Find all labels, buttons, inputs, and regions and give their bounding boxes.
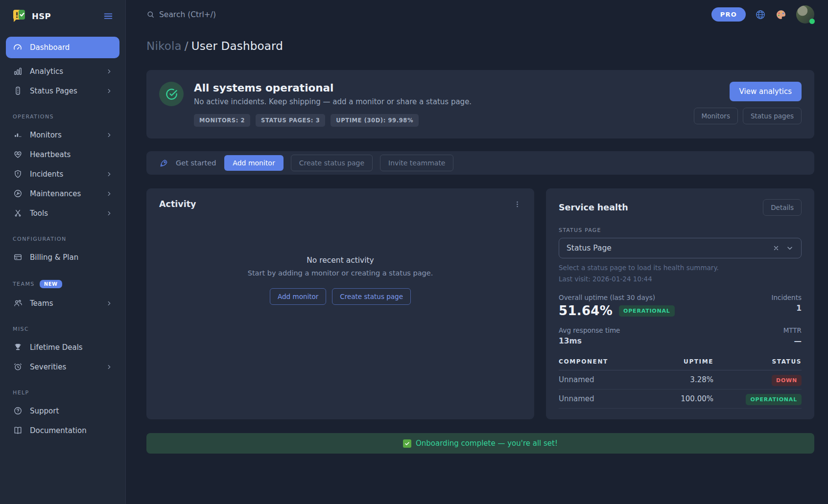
sidebar-section-operations: OPERATIONS bbox=[0, 101, 125, 124]
avatar[interactable] bbox=[796, 5, 814, 23]
activity-empty-state: No recent activity Start by adding a mon… bbox=[159, 256, 521, 305]
sidebar-item-label: Monitors bbox=[30, 131, 62, 139]
onboarding-banner: Onboarding complete — you're all set! bbox=[146, 433, 814, 454]
sidebar-item-analytics[interactable]: Analytics bbox=[6, 62, 119, 80]
sidebar-item-heartbeats[interactable]: Heartbeats bbox=[6, 145, 119, 163]
status-page-select[interactable]: Status Page bbox=[559, 238, 802, 258]
uptime-label: Overall uptime (last 30 days) bbox=[559, 294, 675, 301]
sidebar-section-help: HELP bbox=[0, 377, 125, 400]
sidebar-item-label: Billing & Plan bbox=[30, 253, 78, 262]
credit-card-icon bbox=[13, 252, 23, 262]
sidebar-item-billing-plan[interactable]: Billing & Plan bbox=[6, 248, 119, 266]
globe-icon[interactable] bbox=[755, 9, 766, 20]
view-analytics-button[interactable]: View analytics bbox=[730, 82, 802, 101]
sidebar-item-severities[interactable]: Severities bbox=[6, 358, 119, 376]
search-input[interactable] bbox=[159, 10, 316, 19]
chevron-right-icon bbox=[106, 171, 113, 178]
chevron-down-icon[interactable] bbox=[786, 244, 794, 252]
sidebar-item-incidents[interactable]: Incidents bbox=[6, 165, 119, 183]
avg-response-stat: Avg response time 13ms bbox=[559, 326, 620, 345]
sidebar-section-configuration: CONFIGURATION bbox=[0, 224, 125, 247]
sidebar-item-tools[interactable]: Tools bbox=[6, 204, 119, 222]
avg-response-value: 13ms bbox=[559, 337, 620, 345]
sidebar-item-label: Heartbeats bbox=[30, 150, 71, 159]
wrench-circle-icon bbox=[13, 189, 23, 198]
col-header-status: STATUS bbox=[713, 358, 802, 365]
stat-chip-uptime: UPTIME (30D): 99.98% bbox=[331, 114, 419, 127]
create-status-page-button[interactable]: Create status page bbox=[291, 155, 373, 171]
status-pages-button[interactable]: Status pages bbox=[743, 108, 802, 124]
status-badge: OPERATIONAL bbox=[619, 305, 675, 317]
palette-icon[interactable] bbox=[775, 9, 787, 21]
chevron-right-icon bbox=[106, 132, 113, 138]
sidebar-item-label: Lifetime Deals bbox=[30, 343, 83, 352]
sidebar-item-documentation[interactable]: Documentation bbox=[6, 421, 119, 439]
activity-title: Activity bbox=[159, 199, 196, 209]
shield-alert-icon bbox=[13, 169, 23, 179]
sidebar-section-misc: MISC bbox=[0, 314, 125, 337]
heartbeat-icon bbox=[13, 150, 23, 159]
sidebar-item-dashboard[interactable]: Dashboard bbox=[6, 37, 119, 58]
get-started-label: Get started bbox=[176, 159, 216, 167]
add-monitor-button[interactable]: Add monitor bbox=[270, 288, 326, 305]
empty-state-title: No recent activity bbox=[159, 256, 521, 265]
monitor-bars-icon bbox=[13, 130, 23, 139]
sidebar-item-label: Maintenances bbox=[30, 189, 81, 198]
service-health-title: Service health bbox=[559, 203, 628, 212]
component-name: Unnamed bbox=[559, 394, 645, 403]
service-health-card: Service health Details STATUS PAGE Statu… bbox=[546, 188, 814, 419]
sidebar-item-label: Dashboard bbox=[30, 43, 70, 52]
brand-name: HSP bbox=[32, 12, 51, 21]
status-page-select-label: STATUS PAGE bbox=[559, 227, 802, 233]
hero-stat-chips: MONITORS: 2 STATUS PAGES: 3 UPTIME (30D)… bbox=[194, 114, 472, 127]
breadcrumb-separator: / bbox=[182, 40, 191, 52]
sidebar-item-label: Tools bbox=[30, 209, 48, 218]
traffic-light-icon bbox=[13, 86, 23, 95]
sidebar-item-support[interactable]: Support bbox=[6, 402, 119, 420]
sidebar-item-teams[interactable]: Teams bbox=[6, 294, 119, 312]
bar-chart-icon bbox=[13, 67, 23, 76]
chevron-right-icon bbox=[106, 190, 113, 197]
chevron-right-icon bbox=[106, 210, 113, 217]
sidebar-item-label: Support bbox=[30, 407, 59, 415]
empty-state-subtitle: Start by adding a monitor or creating a … bbox=[159, 269, 521, 277]
monitors-button[interactable]: Monitors bbox=[694, 108, 738, 124]
rocket-icon bbox=[159, 159, 168, 168]
mttr-stat: MTTR — bbox=[783, 326, 802, 345]
check-circle-icon bbox=[159, 82, 184, 106]
sidebar-item-label: Incidents bbox=[30, 170, 63, 179]
sidebar-item-label: Analytics bbox=[30, 67, 63, 76]
add-monitor-button[interactable]: Add monitor bbox=[224, 155, 283, 171]
global-search[interactable] bbox=[146, 10, 711, 19]
chevron-right-icon bbox=[106, 88, 113, 94]
last-visit-text: Last visit: 2026-01-24 10:44 bbox=[559, 275, 802, 283]
sidebar-item-maintenances[interactable]: Maintenances bbox=[6, 184, 119, 203]
incidents-label: Incidents bbox=[772, 294, 802, 301]
breadcrumb-parent[interactable]: Nikola bbox=[146, 40, 182, 52]
pro-badge[interactable]: PRO bbox=[711, 7, 746, 22]
status-badge: DOWN bbox=[772, 375, 802, 386]
sidebar-item-monitors[interactable]: Monitors bbox=[6, 126, 119, 144]
clear-x-icon[interactable] bbox=[773, 245, 780, 252]
main-area: PRO Nikola/User Dashboard All systems op… bbox=[126, 0, 828, 504]
uptime-value: 51.64% bbox=[559, 303, 613, 318]
topbar-actions: PRO bbox=[711, 5, 814, 23]
invite-teammate-button[interactable]: Invite teammate bbox=[380, 155, 453, 171]
sidebar-item-status-pages[interactable]: Status Pages bbox=[6, 82, 119, 100]
table-row: Unnamed 100.00% OPERATIONAL bbox=[559, 389, 802, 409]
onboarding-banner-text: Onboarding complete — you're all set! bbox=[416, 439, 558, 448]
tools-icon bbox=[13, 208, 23, 218]
book-icon bbox=[13, 426, 23, 435]
sidebar-item-label: Status Pages bbox=[30, 87, 77, 95]
menu-icon[interactable] bbox=[103, 11, 114, 22]
col-header-uptime: UPTIME bbox=[645, 358, 713, 365]
page-title: User Dashboard bbox=[191, 40, 283, 52]
create-status-page-button[interactable]: Create status page bbox=[332, 288, 411, 305]
sidebar-item-lifetime-deals[interactable]: Lifetime Deals bbox=[6, 338, 119, 356]
kebab-menu-icon[interactable] bbox=[513, 200, 521, 208]
component-uptime: 100.00% bbox=[645, 394, 713, 403]
check-emoji-icon bbox=[403, 439, 411, 448]
status-hero-card: All systems operational No active incide… bbox=[146, 70, 814, 138]
incidents-stat: Incidents 1 bbox=[772, 294, 802, 313]
details-button[interactable]: Details bbox=[763, 199, 802, 216]
